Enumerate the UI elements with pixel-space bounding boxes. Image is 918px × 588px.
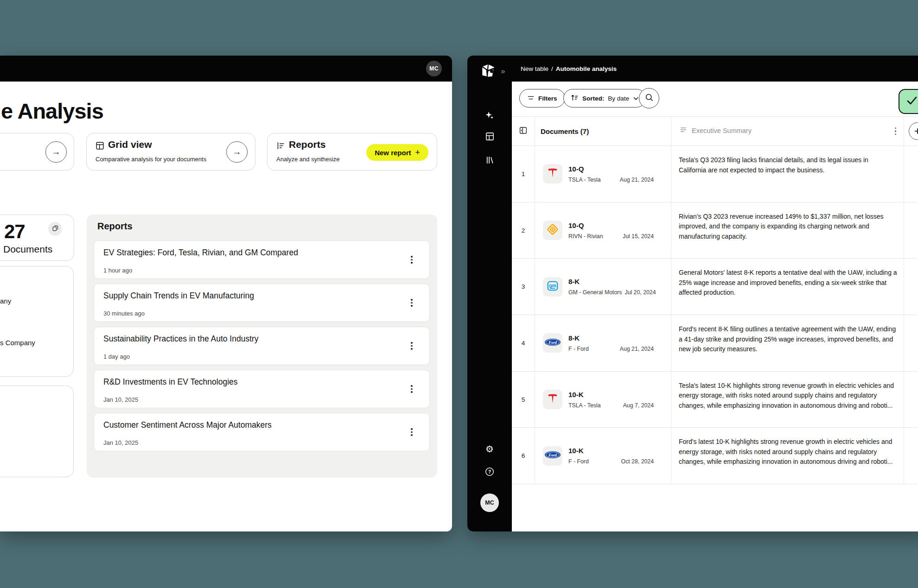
table-header-row: Documents (7) Executive Summary: [512, 117, 918, 146]
executive-summary-cell[interactable]: Rivian's Q3 2023 revenue increased 149% …: [671, 202, 904, 259]
confirm-button[interactable]: [899, 89, 918, 114]
app-sidebar: »: [467, 56, 512, 531]
report-menu-button[interactable]: [408, 341, 415, 351]
grid-view-card[interactable]: Grid view Comparative analysis for your …: [86, 133, 255, 171]
report-list-item[interactable]: Supply Chain Trends in EV Manufacturing …: [94, 284, 430, 322]
filing-date: Aug 7, 2024: [623, 402, 654, 409]
report-list-item[interactable]: EV Strategies: Ford, Tesla, Rivian, and …: [94, 240, 430, 279]
report-menu-button[interactable]: [408, 255, 415, 265]
report-menu-button[interactable]: [408, 385, 415, 394]
ford-logo-icon: Ford: [544, 338, 561, 348]
report-title: Supply Chain Trends in EV Manufacturing: [103, 291, 254, 301]
ticker-label: TSLA - Tesla: [568, 177, 601, 183]
svg-text:Ford: Ford: [548, 453, 557, 457]
collapse-panel-icon[interactable]: [519, 126, 528, 136]
rivian-logo-icon: [546, 223, 559, 238]
document-meta: 8-K F - Ford Aug 21, 2024: [568, 334, 654, 352]
executive-summary-cell[interactable]: Ford's recent 8-K filing outlines a tent…: [671, 315, 904, 371]
documents-stat-label: Documents: [3, 244, 52, 255]
app-logo-icon[interactable]: [480, 63, 496, 81]
executive-summary-cell[interactable]: General Motors' latest 8-K reports a ten…: [671, 259, 904, 315]
ford-logo-icon: Ford: [544, 451, 561, 461]
reports-heading: Reports: [97, 221, 133, 232]
filing-type: 10-K: [568, 447, 654, 455]
summary-column-header[interactable]: Executive Summary: [671, 117, 904, 145]
table-view-icon[interactable]: [484, 131, 495, 142]
document-meta: 10-K TSLA - Tesla Aug 7, 2024: [568, 391, 654, 409]
report-list-item[interactable]: R&D Investments in EV Technologies Jan 1…: [94, 370, 430, 408]
svg-text:gm: gm: [549, 283, 556, 288]
company-item-truncated[interactable]: any: [0, 297, 11, 305]
breadcrumb-parent[interactable]: New table: [521, 65, 548, 72]
empty-cell: [904, 315, 918, 371]
copy-button[interactable]: [48, 222, 62, 236]
document-cell[interactable]: gm Ford: [535, 202, 671, 259]
executive-summary-cell[interactable]: Tesla's Q3 2023 filing lacks financial d…: [671, 146, 904, 202]
company-item-truncated[interactable]: s Company: [0, 339, 35, 347]
new-report-button[interactable]: New report +: [366, 144, 428, 161]
table-row[interactable]: 2: [512, 202, 918, 259]
report-title: Sustainability Practices in the Auto Ind…: [103, 334, 259, 344]
add-column-cell: [904, 117, 918, 145]
filters-button[interactable]: Filters: [519, 89, 565, 107]
table-row[interactable]: 4: [512, 315, 918, 372]
document-meta: 10-Q RIVN - Rivian Jul 15, 2024: [568, 221, 654, 240]
filing-type: 10-Q: [568, 221, 654, 229]
company-logo-tile: gm Ford: [543, 277, 562, 297]
executive-summary-cell[interactable]: Tesla's latest 10-K highlights strong re…: [671, 372, 904, 428]
filters-label: Filters: [538, 95, 557, 102]
reports-panel: Reports EV Strategies: Ford, Tesla, Rivi…: [87, 215, 437, 478]
library-icon[interactable]: [484, 154, 495, 165]
executive-summary-cell[interactable]: Ford's latest 10-K highlights strong rev…: [671, 428, 904, 484]
search-button[interactable]: [639, 88, 659, 108]
report-list-item[interactable]: Sustainability Practices in the Auto Ind…: [94, 327, 430, 365]
filing-type: 10-K: [568, 391, 654, 398]
document-cell[interactable]: gm Ford: [535, 146, 671, 202]
report-list-item[interactable]: Customer Sentiment Across Major Automake…: [94, 413, 430, 451]
column-menu-button[interactable]: [895, 127, 896, 135]
settings-gear-icon[interactable]: ⚙: [484, 443, 495, 455]
open-arrow-button[interactable]: →: [45, 141, 67, 163]
sidebar-user-avatar[interactable]: MC: [480, 493, 499, 512]
user-avatar[interactable]: MC: [426, 61, 442, 76]
ticker-label: F - Ford: [568, 346, 589, 352]
ai-sparkle-icon[interactable]: [484, 110, 495, 121]
reports-card[interactable]: Reports Analyze and synthesize New repor…: [267, 133, 437, 171]
table-row[interactable]: 3: [512, 259, 918, 315]
report-title: Customer Sentiment Across Major Automake…: [103, 420, 272, 430]
document-cell[interactable]: gm Ford: [535, 372, 671, 428]
report-timestamp: Jan 10, 2025: [103, 439, 138, 446]
table-row[interactable]: 6: [512, 428, 918, 484]
help-icon[interactable]: ?: [484, 466, 495, 477]
add-column-button[interactable]: [909, 122, 918, 140]
svg-text:Ford: Ford: [548, 340, 557, 344]
report-menu-button[interactable]: [408, 298, 415, 308]
row-number: 6: [512, 428, 535, 484]
collapse-column-cell: [512, 117, 535, 145]
document-meta: 10-Q TSLA - Tesla Aug 21, 2024: [568, 165, 654, 183]
expand-sidebar-icon[interactable]: »: [501, 67, 505, 76]
grid-view-subtitle: Comparative analysis for your documents: [96, 156, 206, 163]
filing-date: Oct 28, 2024: [621, 458, 654, 465]
document-cell[interactable]: gm Ford: [535, 259, 671, 315]
document-cell[interactable]: gm Ford: [535, 315, 671, 371]
empty-cell: [904, 259, 918, 315]
company-logo-tile: gm Ford: [543, 390, 562, 409]
plus-icon: +: [415, 148, 420, 158]
document-cell[interactable]: gm Ford: [535, 428, 671, 484]
grid-view-arrow-button[interactable]: →: [226, 141, 248, 163]
documents-column-header[interactable]: Documents (7): [535, 117, 671, 145]
table-row[interactable]: 5: [512, 372, 918, 428]
report-timestamp: 1 hour ago: [103, 267, 132, 274]
sort-button[interactable]: Sorted: By date: [563, 89, 646, 107]
report-menu-button[interactable]: [408, 428, 415, 437]
ticker-label: F - Ford: [568, 458, 589, 465]
company-logo-tile: gm Ford: [543, 333, 562, 353]
gm-logo-icon: gm: [546, 279, 559, 294]
filing-date: Aug 21, 2024: [620, 177, 654, 183]
quick-card-partial[interactable]: →: [0, 133, 74, 171]
company-logo-tile: gm Ford: [543, 221, 562, 240]
filing-type: 10-Q: [568, 165, 654, 173]
reports-card-title: Reports: [289, 139, 325, 150]
table-row[interactable]: 1: [512, 146, 918, 202]
